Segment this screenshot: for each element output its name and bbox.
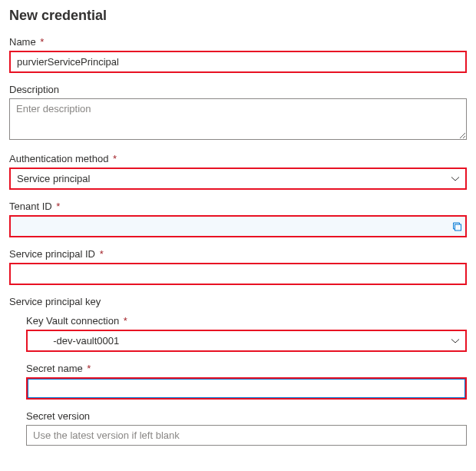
label-secret-version: Secret version xyxy=(26,410,467,422)
label-auth-method: Authentication method * xyxy=(9,153,467,164)
copy-icon[interactable] xyxy=(452,221,462,231)
label-secret-name-text: Secret name xyxy=(26,363,83,374)
field-name: Name * xyxy=(9,36,467,73)
field-description: Description xyxy=(9,84,467,142)
page-title: New credential xyxy=(9,8,467,24)
label-secret-name: Secret name * xyxy=(26,363,467,374)
required-asterisk: * xyxy=(56,201,60,212)
description-textarea[interactable] xyxy=(9,98,467,140)
label-sp-id-text: Service principal ID xyxy=(9,248,95,260)
required-asterisk: * xyxy=(87,363,91,374)
field-tenant-id: Tenant ID * xyxy=(9,201,467,237)
label-description: Description xyxy=(9,84,467,95)
label-tenant-id-text: Tenant ID xyxy=(9,201,52,212)
chevron-down-icon xyxy=(445,174,465,184)
label-name: Name * xyxy=(9,36,467,48)
field-secret-name: Secret name * xyxy=(26,363,467,400)
secret-version-input[interactable] xyxy=(26,425,467,446)
auth-method-select[interactable]: Service principal xyxy=(9,168,467,190)
label-auth-method-text: Authentication method xyxy=(9,153,108,164)
label-sp-id: Service principal ID * xyxy=(9,248,467,260)
section-sp-key: Service principal key xyxy=(9,296,467,307)
field-key-vault: Key Vault connection * -dev-vault0001 xyxy=(26,315,467,352)
field-secret-version: Secret version xyxy=(26,410,467,446)
name-input[interactable] xyxy=(9,51,467,73)
label-secret-version-text: Secret version xyxy=(26,410,90,422)
key-vault-value: -dev-vault0001 xyxy=(28,331,445,350)
secret-name-input[interactable] xyxy=(26,377,467,400)
field-auth-method: Authentication method * Service principa… xyxy=(9,153,467,190)
label-tenant-id: Tenant ID * xyxy=(9,201,467,212)
required-asterisk: * xyxy=(100,248,104,260)
label-key-vault-text: Key Vault connection xyxy=(26,315,119,327)
label-name-text: Name xyxy=(9,36,36,48)
key-vault-select[interactable]: -dev-vault0001 xyxy=(26,330,467,352)
sp-id-input[interactable] xyxy=(9,263,467,285)
label-description-text: Description xyxy=(9,84,59,95)
svg-rect-0 xyxy=(455,224,461,231)
field-sp-id: Service principal ID * xyxy=(9,248,467,285)
label-key-vault: Key Vault connection * xyxy=(26,315,467,327)
tenant-id-input[interactable] xyxy=(9,215,467,237)
required-asterisk: * xyxy=(40,36,44,48)
required-asterisk: * xyxy=(113,153,117,164)
auth-method-value: Service principal xyxy=(11,169,445,188)
chevron-down-icon xyxy=(445,337,465,346)
required-asterisk: * xyxy=(124,315,127,327)
